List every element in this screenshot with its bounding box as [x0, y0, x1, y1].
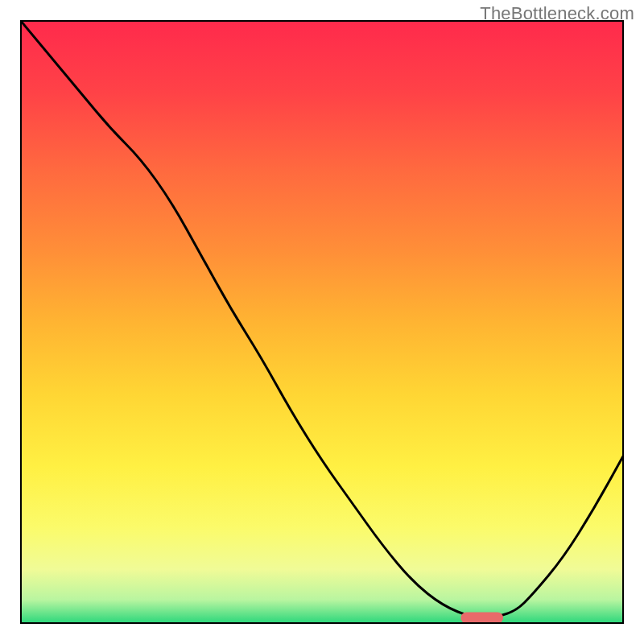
chart-container: TheBottleneck.com: [0, 0, 644, 644]
optimal-marker: [461, 613, 504, 624]
watermark-text: TheBottleneck.com: [480, 3, 634, 24]
gradient-background: [20, 20, 624, 624]
chart-svg: [20, 20, 624, 624]
plot-area: [20, 20, 624, 624]
